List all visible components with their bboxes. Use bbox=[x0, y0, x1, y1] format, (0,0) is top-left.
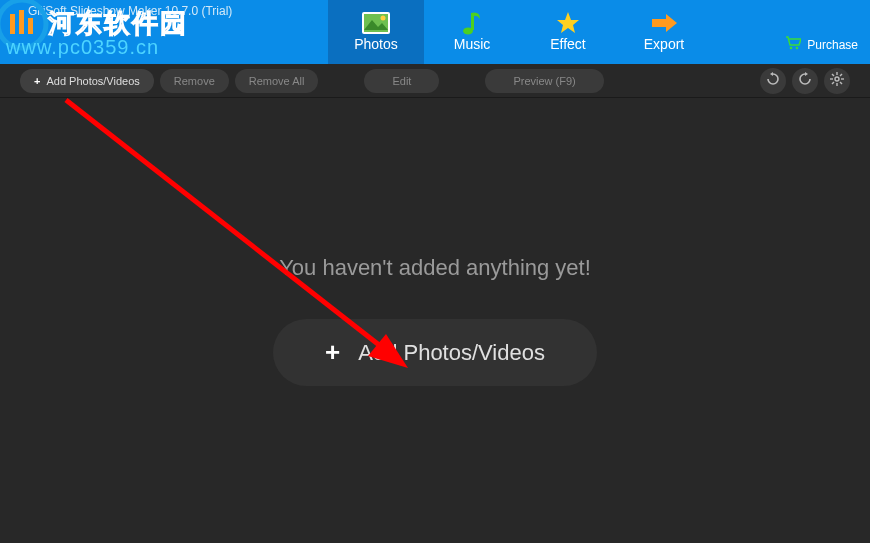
undo-button[interactable] bbox=[760, 68, 786, 94]
cart-icon bbox=[785, 36, 801, 53]
effect-icon bbox=[554, 12, 582, 34]
empty-state-message: You haven't added anything yet! bbox=[279, 255, 591, 281]
settings-button[interactable] bbox=[824, 68, 850, 94]
header-bar: GiliSoft Slideshow Maker 10.7.0 (Trial) … bbox=[0, 0, 870, 64]
preview-button[interactable]: Preview (F9) bbox=[485, 69, 603, 93]
app-title: GiliSoft Slideshow Maker 10.7.0 (Trial) bbox=[28, 4, 232, 18]
undo-icon bbox=[766, 72, 780, 89]
edit-button[interactable]: Edit bbox=[364, 69, 439, 93]
tab-music[interactable]: Music bbox=[424, 0, 520, 64]
svg-line-18 bbox=[840, 74, 842, 76]
remove-button[interactable]: Remove bbox=[160, 69, 229, 93]
tab-photos[interactable]: Photos bbox=[328, 0, 424, 64]
photo-icon bbox=[362, 12, 390, 34]
svg-line-17 bbox=[840, 82, 842, 84]
svg-rect-3 bbox=[28, 18, 33, 34]
add-photos-videos-button[interactable]: + Add Photos/Videos bbox=[273, 319, 597, 386]
tab-label: Effect bbox=[550, 36, 586, 52]
purchase-label: Purchase bbox=[807, 38, 858, 52]
redo-button[interactable] bbox=[792, 68, 818, 94]
add-photos-button[interactable]: + Add Photos/Videos bbox=[20, 69, 154, 93]
svg-point-9 bbox=[790, 47, 793, 50]
tab-effect[interactable]: Effect bbox=[520, 0, 616, 64]
tab-label: Music bbox=[454, 36, 491, 52]
tab-label: Export bbox=[644, 36, 684, 52]
redo-icon bbox=[798, 72, 812, 89]
remove-all-button[interactable]: Remove All bbox=[235, 69, 319, 93]
plus-icon: + bbox=[325, 337, 340, 368]
svg-point-10 bbox=[796, 47, 799, 50]
music-icon bbox=[458, 12, 486, 34]
svg-point-11 bbox=[835, 77, 839, 81]
watermark-url: www.pc0359.cn bbox=[6, 36, 159, 59]
toolbar: + Add Photos/Videos Remove Remove All Ed… bbox=[0, 64, 870, 98]
svg-line-19 bbox=[832, 82, 834, 84]
svg-point-6 bbox=[381, 16, 386, 21]
purchase-link[interactable]: Purchase bbox=[785, 36, 858, 53]
svg-rect-1 bbox=[10, 14, 15, 34]
main-tabs: Photos Music Effect Export bbox=[328, 0, 712, 64]
tab-export[interactable]: Export bbox=[616, 0, 712, 64]
add-label: Add Photos/Videos bbox=[46, 75, 139, 87]
svg-line-16 bbox=[832, 74, 834, 76]
tab-label: Photos bbox=[354, 36, 398, 52]
svg-rect-2 bbox=[19, 10, 24, 34]
main-area: You haven't added anything yet! + Add Ph… bbox=[0, 98, 870, 543]
export-icon bbox=[650, 12, 678, 34]
add-big-label: Add Photos/Videos bbox=[358, 340, 545, 366]
svg-rect-8 bbox=[471, 13, 474, 30]
plus-icon: + bbox=[34, 75, 40, 87]
gear-icon bbox=[830, 72, 844, 89]
